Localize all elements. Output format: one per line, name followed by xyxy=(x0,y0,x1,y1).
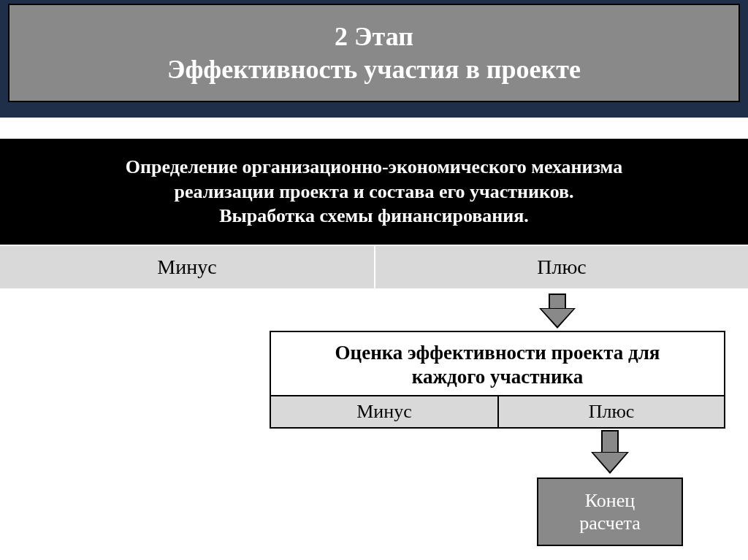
decision2-minus: Минус xyxy=(271,396,497,427)
slide: 2 Этап Эффективность участия в проекте О… xyxy=(0,0,748,560)
stage-title: 2 Этап Эффективность участия в проекте xyxy=(8,4,740,102)
arrow-down-icon xyxy=(589,430,630,477)
description-box: Определение организационно-экономическог… xyxy=(0,139,748,245)
decision-row-1: Минус Плюс xyxy=(0,245,748,290)
description-line3: Выработка схемы финансирования. xyxy=(219,204,529,229)
stage-title-line2: Эффективность участия в проекте xyxy=(167,53,581,86)
end-line2: расчета xyxy=(579,512,640,534)
description-line1: Определение организационно-экономическог… xyxy=(126,155,622,180)
evaluation-title: Оценка эффективности проекта для каждого… xyxy=(271,332,724,396)
description-line2: реализации проекта и состава его участни… xyxy=(174,180,573,204)
evaluation-box: Оценка эффективности проекта для каждого… xyxy=(270,331,725,429)
decision-row-2: Минус Плюс xyxy=(271,396,724,427)
evaluation-title-line2: каждого участника xyxy=(284,365,711,389)
end-box: Конец расчета xyxy=(537,477,683,546)
evaluation-title-line1: Оценка эффективности проекта для xyxy=(284,341,711,365)
stage-title-line1: 2 Этап xyxy=(335,20,413,53)
arrow-down-icon xyxy=(537,294,577,330)
end-line1: Конец xyxy=(579,489,640,512)
decision1-plus: Плюс xyxy=(374,245,748,290)
decision1-minus: Минус xyxy=(0,245,374,290)
decision2-plus: Плюс xyxy=(497,396,724,427)
